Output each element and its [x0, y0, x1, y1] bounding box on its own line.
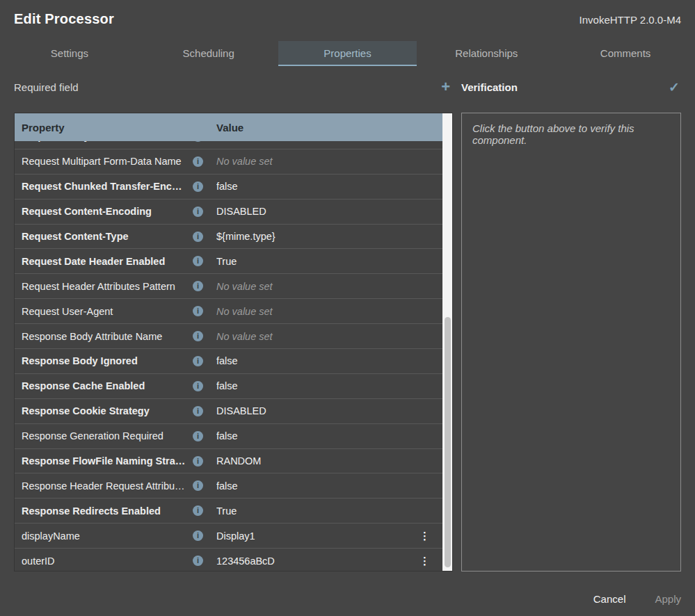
table-scrollbar[interactable] — [442, 113, 452, 571]
info-icon[interactable]: i — [193, 406, 203, 416]
property-name: displayName — [15, 530, 187, 542]
tab-relationships[interactable]: Relationships — [417, 41, 556, 66]
property-value: DISABLED — [216, 206, 410, 217]
properties-section-header: Required field + — [14, 76, 453, 97]
property-row[interactable]: Response FlowFile Naming Strategy i RAND… — [15, 449, 452, 474]
tab-settings[interactable]: Settings — [0, 41, 139, 66]
property-name: Request User-Agent — [15, 306, 187, 317]
property-name: Response Cookie Strategy — [15, 405, 187, 416]
property-row[interactable]: Response Body Attribute Name i No value … — [15, 324, 452, 349]
dialog-header: Edit Processor InvokeHTTP 2.0.0-M4 — [14, 11, 681, 27]
property-value: True — [216, 505, 410, 517]
processor-type-version: InvokeHTTP 2.0.0-M4 — [580, 14, 681, 26]
required-field-label: Required field — [14, 81, 79, 93]
kebab-menu-icon[interactable]: ⋮ — [420, 549, 430, 572]
property-row[interactable]: Request Multipart Form-Data Name i No va… — [15, 149, 452, 175]
table-header-row: Property Value — [15, 113, 452, 141]
section-headers: Required field + Verification ✓ — [14, 76, 681, 97]
scrollbar-thumb[interactable] — [445, 317, 451, 567]
property-name: Request Content-Encoding — [15, 206, 187, 217]
property-row[interactable]: Request Chunked Transfer-Encoding E... i… — [15, 175, 452, 200]
info-icon[interactable]: i — [193, 556, 203, 566]
property-row[interactable]: Response Redirects Enabled i True — [15, 499, 452, 524]
property-value: false — [216, 380, 410, 391]
property-name: Request Header Attributes Pattern — [15, 281, 187, 292]
property-name: Request Date Header Enabled — [15, 256, 187, 267]
property-name: outerID — [15, 556, 187, 567]
property-value: DISABLED — [216, 405, 410, 416]
dialog-footer: Cancel Apply — [592, 590, 682, 608]
property-value: ${mime.type} — [216, 231, 410, 242]
info-icon[interactable]: i — [193, 156, 203, 167]
property-value: false — [216, 355, 410, 366]
info-icon[interactable]: i — [193, 431, 203, 441]
verification-section-header: Verification ✓ — [461, 76, 681, 97]
property-row[interactable]: Response Generation Required i false — [15, 424, 452, 449]
property-row[interactable]: Request Content-Type i ${mime.type} — [15, 225, 452, 250]
property-row[interactable]: Request Header Attributes Pattern i No v… — [15, 274, 452, 299]
property-value: false — [216, 480, 410, 492]
property-row[interactable]: Response Cookie Strategy i DISABLED — [15, 399, 452, 424]
property-name: Response Body Attribute Name — [15, 331, 187, 342]
table-rows: Request Body Enabled i true Request Mult… — [15, 124, 452, 572]
property-row[interactable]: displayName i Display1 ⋮ — [15, 524, 452, 549]
info-icon[interactable]: i — [193, 206, 203, 217]
property-row[interactable]: Request Content-Encoding i DISABLED — [15, 200, 452, 225]
info-icon[interactable]: i — [193, 530, 203, 541]
verification-label: Verification — [461, 81, 518, 93]
edit-processor-dialog: Edit Processor InvokeHTTP 2.0.0-M4 Setti… — [0, 0, 695, 616]
tab-properties[interactable]: Properties — [278, 41, 417, 66]
property-value: True — [216, 256, 410, 267]
info-icon[interactable]: i — [193, 356, 203, 366]
property-value: No value set — [216, 156, 410, 167]
property-name: Response Header Request Attributes En... — [15, 480, 187, 492]
property-value: No value set — [216, 281, 410, 292]
column-header-value: Value — [216, 122, 452, 133]
property-value: false — [216, 181, 410, 192]
column-header-property: Property — [15, 122, 216, 133]
plus-icon[interactable]: + — [438, 80, 453, 94]
verification-panel: Click the button above to verify this co… — [461, 113, 681, 572]
property-name: Response Redirects Enabled — [15, 505, 187, 517]
check-icon[interactable]: ✓ — [667, 79, 681, 95]
property-value: RANDOM — [216, 455, 410, 467]
info-icon[interactable]: i — [193, 281, 203, 291]
apply-button[interactable]: Apply — [653, 590, 682, 608]
cancel-button[interactable]: Cancel — [592, 590, 628, 608]
property-value: No value set — [216, 306, 410, 317]
property-row[interactable]: Response Cache Enabled i false — [15, 374, 452, 399]
property-row[interactable]: Response Body Ignored i false — [15, 349, 452, 374]
property-row[interactable]: outerID i 123456aBcD ⋮ — [15, 549, 452, 572]
info-icon[interactable]: i — [193, 381, 203, 391]
verification-message: Click the button above to verify this co… — [472, 122, 670, 146]
property-name: Response FlowFile Naming Strategy — [15, 455, 187, 467]
info-icon[interactable]: i — [193, 181, 203, 192]
property-value: false — [216, 430, 410, 441]
property-name: Response Generation Required — [15, 430, 187, 441]
info-icon[interactable]: i — [193, 256, 203, 266]
property-name: Response Cache Enabled — [15, 380, 187, 391]
info-icon[interactable]: i — [193, 480, 203, 491]
tab-scheduling[interactable]: Scheduling — [139, 41, 278, 66]
property-row[interactable]: Request Date Header Enabled i True — [15, 249, 452, 274]
info-icon[interactable]: i — [193, 331, 203, 341]
property-name: Response Body Ignored — [15, 355, 187, 366]
dialog-title: Edit Processor — [14, 11, 114, 27]
property-row[interactable]: Request User-Agent i No value set — [15, 299, 452, 324]
property-value: Display1 — [216, 530, 410, 542]
property-value: 123456aBcD — [216, 556, 410, 567]
tab-comments[interactable]: Comments — [556, 41, 695, 66]
info-icon[interactable]: i — [193, 505, 203, 516]
property-name: Request Chunked Transfer-Encoding E... — [15, 181, 187, 192]
info-icon[interactable]: i — [193, 306, 203, 316]
property-name: Request Content-Type — [15, 231, 187, 242]
tab-bar: Settings Scheduling Properties Relations… — [0, 41, 695, 66]
info-icon[interactable]: i — [193, 232, 203, 242]
property-value: No value set — [216, 331, 410, 342]
property-row[interactable]: Response Header Request Attributes En...… — [15, 473, 452, 499]
kebab-menu-icon[interactable]: ⋮ — [420, 524, 430, 548]
property-name: Request Multipart Form-Data Name — [15, 156, 187, 167]
properties-table: Property Value Request Body Enabled i tr… — [14, 113, 453, 572]
info-icon[interactable]: i — [193, 456, 203, 467]
